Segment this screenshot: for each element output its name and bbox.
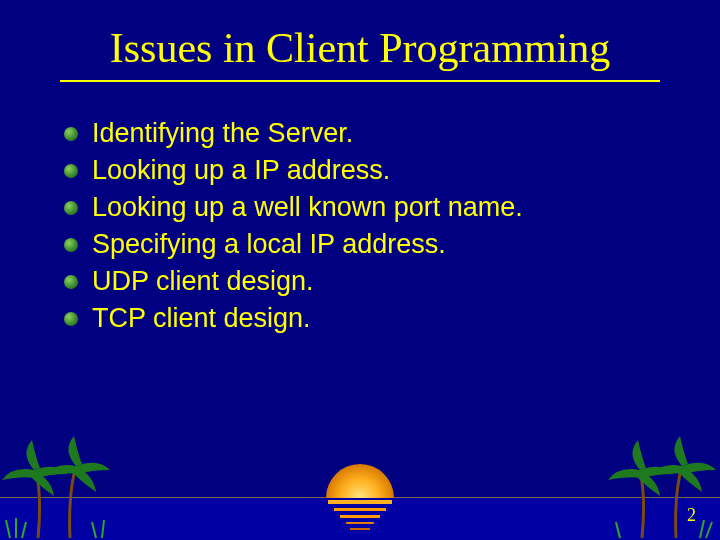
- svg-line-12: [92, 522, 96, 538]
- footer-scene-icon: [0, 420, 720, 540]
- svg-rect-6: [340, 515, 380, 518]
- bullet-icon: [64, 127, 78, 141]
- bullet-list: Identifying the Server. Looking up a IP …: [64, 118, 720, 334]
- bullet-text: Looking up a well known port name.: [92, 192, 523, 223]
- slide: Issues in Client Programming Identifying…: [0, 0, 720, 540]
- bullet-icon: [64, 164, 78, 178]
- bullet-icon: [64, 275, 78, 289]
- list-item: Looking up a well known port name.: [64, 192, 720, 223]
- bullet-text: TCP client design.: [92, 303, 311, 334]
- svg-rect-3: [0, 498, 720, 540]
- svg-point-2: [326, 464, 394, 532]
- svg-line-14: [616, 522, 620, 538]
- slide-title: Issues in Client Programming: [60, 0, 660, 82]
- bullet-icon: [64, 238, 78, 252]
- svg-line-15: [700, 520, 704, 538]
- list-item: Looking up a IP address.: [64, 155, 720, 186]
- list-item: UDP client design.: [64, 266, 720, 297]
- list-item: Specifying a local IP address.: [64, 229, 720, 260]
- svg-line-11: [22, 522, 26, 538]
- svg-rect-7: [346, 522, 374, 524]
- svg-line-16: [706, 522, 712, 538]
- svg-line-13: [102, 520, 104, 538]
- svg-rect-5: [334, 508, 386, 511]
- page-number: 2: [687, 505, 696, 526]
- svg-rect-0: [0, 498, 720, 540]
- list-item: Identifying the Server.: [64, 118, 720, 149]
- bullet-text: Specifying a local IP address.: [92, 229, 446, 260]
- bullet-text: UDP client design.: [92, 266, 314, 297]
- bullet-text: Looking up a IP address.: [92, 155, 390, 186]
- svg-line-9: [6, 520, 10, 538]
- bullet-text: Identifying the Server.: [92, 118, 353, 149]
- bullet-icon: [64, 312, 78, 326]
- bullet-icon: [64, 201, 78, 215]
- svg-rect-8: [350, 528, 370, 530]
- list-item: TCP client design.: [64, 303, 720, 334]
- svg-rect-4: [328, 500, 392, 504]
